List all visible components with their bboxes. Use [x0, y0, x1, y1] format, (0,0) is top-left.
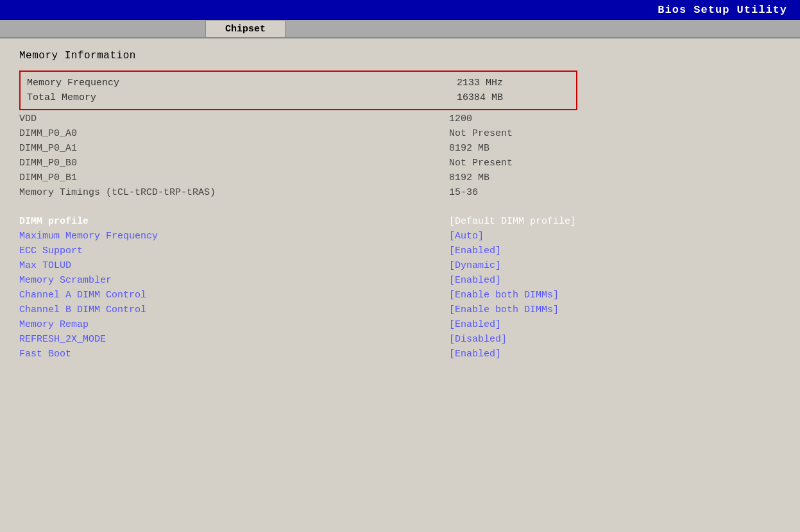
table-row: DIMM_P0_A0 Not Present — [19, 126, 577, 141]
memory-scrambler-value: [Enabled] — [449, 275, 577, 286]
dimm-p0-b0-label: DIMM_P0_B0 — [19, 158, 276, 169]
list-item[interactable]: ECC Support [Enabled] — [19, 244, 577, 258]
main-content: Memory Information Memory Frequency 2133… — [0, 38, 800, 532]
memory-frequency-value: 2133 MHz — [457, 78, 585, 88]
list-item[interactable]: REFRESH_2X_MODE [Disabled] — [19, 332, 577, 347]
configurable-section: DIMM profile [Default DIMM profile] Maxi… — [19, 214, 781, 362]
table-row: Total Memory 16384 MB — [27, 90, 585, 105]
table-row: DIMM_P0_B1 8192 MB — [19, 170, 577, 185]
dimm-p0-b0-value: Not Present — [449, 158, 577, 169]
list-item[interactable]: Memory Scrambler [Enabled] — [19, 273, 577, 288]
table-row: DIMM_P0_A1 8192 MB — [19, 141, 577, 156]
table-row: Memory Timings (tCL-tRCD-tRP-tRAS) 15-36 — [19, 185, 577, 200]
list-item[interactable]: Memory Remap [Enabled] — [19, 317, 577, 332]
dimm-profile-row: DIMM profile [Default DIMM profile] — [19, 214, 577, 229]
max-tolud-value: [Dynamic] — [449, 260, 577, 271]
total-memory-label: Total Memory — [27, 92, 284, 103]
dimm-p0-a0-value: Not Present — [449, 128, 577, 139]
highlighted-box: Memory Frequency 2133 MHz Total Memory 1… — [19, 71, 577, 110]
channel-a-dimm-label: Channel A DIMM Control — [19, 290, 276, 301]
vdd-value: 1200 — [449, 113, 577, 124]
ecc-support-label: ECC Support — [19, 245, 276, 256]
dimm-p0-a0-label: DIMM_P0_A0 — [19, 128, 276, 139]
dimm-p0-a1-label: DIMM_P0_A1 — [19, 143, 276, 154]
refresh-2x-mode-value: [Disabled] — [449, 334, 577, 345]
dimm-profile-label: DIMM profile — [19, 216, 276, 227]
total-memory-value: 16384 MB — [457, 92, 585, 103]
title-bar: Bios Setup Utility — [0, 0, 800, 20]
dimm-p0-b1-value: 8192 MB — [449, 172, 577, 183]
memory-timings-value: 15-36 — [449, 187, 577, 198]
max-memory-freq-label: Maximum Memory Frequency — [19, 231, 276, 242]
list-item[interactable]: Fast Boot [Enabled] — [19, 347, 577, 362]
memory-scrambler-label: Memory Scrambler — [19, 275, 276, 286]
table-row: Memory Frequency 2133 MHz — [27, 76, 585, 90]
channel-b-dimm-label: Channel B DIMM Control — [19, 304, 276, 315]
max-tolud-label: Max TOLUD — [19, 260, 276, 271]
list-item[interactable]: Max TOLUD [Dynamic] — [19, 258, 577, 273]
list-item[interactable]: Channel B DIMM Control [Enable both DIMM… — [19, 303, 577, 317]
channel-a-dimm-value: [Enable both DIMMs] — [449, 290, 577, 301]
memory-timings-label: Memory Timings (tCL-tRCD-tRP-tRAS) — [19, 187, 276, 198]
memory-remap-value: [Enabled] — [449, 319, 577, 330]
table-row: VDD 1200 — [19, 112, 577, 126]
memory-frequency-label: Memory Frequency — [27, 78, 284, 88]
memory-remap-label: Memory Remap — [19, 319, 276, 330]
list-item[interactable]: Maximum Memory Frequency [Auto] — [19, 229, 577, 244]
ecc-support-value: [Enabled] — [449, 245, 577, 256]
fast-boot-label: Fast Boot — [19, 349, 276, 360]
list-item[interactable]: Channel A DIMM Control [Enable both DIMM… — [19, 288, 577, 303]
section-title: Memory Information — [19, 50, 781, 62]
fast-boot-value: [Enabled] — [449, 349, 577, 360]
tab-chipset[interactable]: Chipset — [205, 20, 285, 37]
refresh-2x-mode-label: REFRESH_2X_MODE — [19, 334, 276, 345]
vdd-label: VDD — [19, 113, 276, 124]
dimm-p0-b1-label: DIMM_P0_B1 — [19, 172, 276, 183]
dimm-p0-a1-value: 8192 MB — [449, 143, 577, 154]
tab-bar: Chipset — [0, 20, 800, 38]
title-text: Bios Setup Utility — [658, 4, 787, 16]
max-memory-freq-value: [Auto] — [449, 231, 577, 242]
table-row: DIMM_P0_B0 Not Present — [19, 156, 577, 170]
dimm-profile-value: [Default DIMM profile] — [449, 216, 577, 227]
channel-b-dimm-value: [Enable both DIMMs] — [449, 304, 577, 315]
